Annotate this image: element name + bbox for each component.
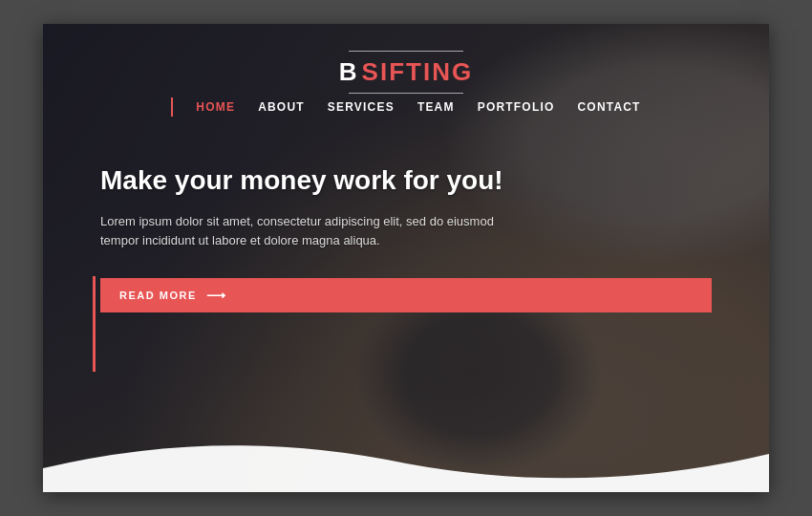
- navigation: HOME ABOUT SERVICES TEAM PORTFOLIO CONTA…: [171, 97, 640, 117]
- hero-description: Lorem ipsum dolor sit amet, consectetur …: [100, 212, 502, 252]
- logo-bottom-line: [349, 93, 463, 94]
- nav-divider: [171, 97, 173, 117]
- hero-content: B SIFTING HOME ABOUT SERVICES TEAM PORTF…: [43, 24, 769, 492]
- nav-item-contact[interactable]: CONTACT: [577, 100, 640, 114]
- logo-name: SIFTING: [362, 57, 474, 87]
- read-more-label: READ MORE: [119, 290, 197, 301]
- accent-line: [93, 276, 96, 372]
- nav-item-services[interactable]: SERVICES: [328, 100, 395, 114]
- arrow-right-icon: ⟶: [206, 288, 227, 303]
- hero-body: Make your money work for you! Lorem ipsu…: [43, 136, 769, 341]
- logo-top-line: [349, 51, 463, 52]
- nav-item-portfolio[interactable]: PORTFOLIO: [478, 100, 555, 114]
- nav-item-home[interactable]: HOME: [196, 100, 235, 114]
- header: B SIFTING HOME ABOUT SERVICES TEAM PORTF…: [43, 24, 769, 117]
- logo-text: B SIFTING: [339, 57, 473, 87]
- hero-heading: Make your money work for you!: [100, 164, 712, 197]
- logo-bold-letter: B: [339, 57, 358, 87]
- nav-item-team[interactable]: TEAM: [417, 100, 455, 114]
- browser-frame: B SIFTING HOME ABOUT SERVICES TEAM PORTF…: [43, 24, 769, 492]
- bottom-wave: [43, 435, 769, 492]
- hero-section: B SIFTING HOME ABOUT SERVICES TEAM PORTF…: [43, 24, 769, 492]
- logo: B SIFTING: [339, 51, 473, 94]
- nav-item-about[interactable]: ABOUT: [258, 100, 305, 114]
- read-more-button[interactable]: READ MORE ⟶: [100, 278, 712, 312]
